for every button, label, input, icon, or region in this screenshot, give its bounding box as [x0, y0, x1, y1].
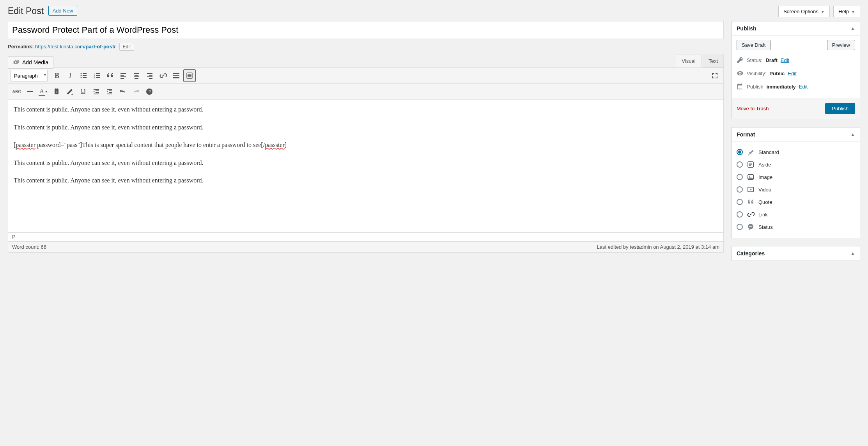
text-color-button[interactable]: A ▼: [37, 85, 50, 98]
key-icon: [737, 57, 744, 64]
svg-rect-31: [27, 91, 33, 92]
read-more-button[interactable]: [170, 69, 182, 82]
content-p: This content is public. Anyone can see i…: [14, 175, 718, 186]
categories-box: Categories▲: [732, 246, 860, 261]
svg-rect-18: [134, 76, 139, 77]
status-icon: [747, 223, 755, 231]
format-image[interactable]: Image: [737, 171, 855, 183]
svg-rect-39: [107, 89, 112, 90]
move-to-trash-link[interactable]: Move to Trash: [737, 106, 769, 112]
redo-button[interactable]: [130, 85, 142, 98]
svg-point-54: [751, 226, 752, 227]
save-draft-button[interactable]: Save Draft: [737, 40, 771, 50]
format-select[interactable]: Paragraph: [11, 70, 48, 81]
tab-text[interactable]: Text: [703, 55, 724, 67]
clear-format-button[interactable]: [64, 85, 76, 98]
align-left-button[interactable]: [117, 69, 129, 82]
help-button[interactable]: Help▼: [833, 6, 860, 17]
svg-point-50: [749, 176, 750, 177]
edit-visibility-link[interactable]: Edit: [788, 71, 796, 76]
outdent-button[interactable]: [90, 85, 103, 98]
svg-rect-21: [149, 75, 152, 76]
tab-visual[interactable]: Visual: [676, 55, 701, 67]
format-link[interactable]: Link: [737, 208, 855, 221]
svg-text:3: 3: [94, 76, 95, 79]
add-media-button[interactable]: Add Media: [8, 56, 53, 69]
svg-text:?: ?: [149, 89, 151, 94]
format-status[interactable]: Status: [737, 221, 855, 233]
svg-point-52: [749, 226, 750, 227]
align-center-button[interactable]: [130, 69, 143, 82]
radio-icon: [737, 224, 743, 230]
bullet-list-button[interactable]: [77, 69, 90, 82]
svg-text:T: T: [56, 90, 58, 93]
format-video[interactable]: Video: [737, 183, 855, 196]
svg-point-0: [81, 73, 82, 74]
format-standard[interactable]: Standard: [737, 146, 855, 158]
camera-music-icon: [13, 59, 20, 66]
publish-button[interactable]: Publish: [825, 103, 855, 114]
paste-text-button[interactable]: T: [50, 85, 63, 98]
svg-rect-11: [96, 77, 100, 78]
aside-icon: [747, 161, 755, 168]
screen-options-button[interactable]: Screen Options▼: [778, 6, 830, 17]
element-path[interactable]: P: [8, 232, 723, 241]
svg-rect-36: [96, 90, 99, 91]
radio-icon: [737, 199, 743, 205]
svg-rect-30: [188, 76, 191, 77]
link-format-icon: [747, 211, 755, 218]
link-button[interactable]: [157, 69, 169, 82]
edit-status-link[interactable]: Edit: [781, 57, 789, 63]
radio-icon: [737, 161, 743, 168]
undo-button[interactable]: [117, 85, 129, 98]
publish-box: Publish▲ Save Draft Preview Status: Draf…: [732, 21, 860, 119]
publish-box-toggle[interactable]: Publish▲: [732, 21, 860, 36]
keyboard-help-button[interactable]: ?: [143, 85, 156, 98]
hr-button[interactable]: [24, 85, 36, 98]
content-p: This content is public. Anyone can see i…: [14, 104, 718, 115]
fullscreen-button[interactable]: [709, 69, 721, 82]
preview-button[interactable]: Preview: [827, 40, 855, 50]
svg-rect-1: [83, 73, 87, 74]
blockquote-button[interactable]: [104, 69, 116, 82]
special-char-button[interactable]: Ω: [77, 85, 89, 98]
italic-button[interactable]: I: [64, 69, 76, 82]
strikethrough-button[interactable]: ABC: [11, 85, 23, 98]
radio-icon: [737, 186, 743, 193]
svg-rect-40: [109, 90, 112, 91]
svg-rect-22: [147, 76, 152, 77]
svg-rect-42: [107, 94, 112, 94]
svg-point-53: [750, 226, 751, 227]
add-new-button[interactable]: Add New: [48, 6, 78, 16]
post-title-input[interactable]: [8, 21, 724, 39]
content-editor[interactable]: This content is public. Anyone can see i…: [8, 100, 723, 232]
edit-schedule-link[interactable]: Edit: [799, 84, 808, 90]
categories-box-toggle[interactable]: Categories▲: [732, 246, 860, 261]
word-count: Word count: 66: [12, 244, 46, 250]
permalink-label: Permalink:: [8, 44, 34, 50]
format-box-toggle[interactable]: Format▲: [732, 127, 860, 142]
svg-point-4: [81, 77, 82, 78]
format-quote[interactable]: Quote: [737, 196, 855, 208]
permalink-url[interactable]: https://test.kinsta.com/part-of-post/: [35, 44, 115, 50]
svg-rect-28: [188, 74, 191, 74]
svg-rect-24: [173, 73, 179, 74]
toolbar-toggle-button[interactable]: [183, 69, 196, 82]
video-icon: [747, 186, 755, 193]
align-right-button[interactable]: [143, 69, 156, 82]
edit-permalink-button[interactable]: Edit: [119, 43, 135, 51]
radio-icon: [737, 149, 743, 155]
svg-rect-38: [94, 94, 99, 94]
svg-rect-41: [109, 92, 112, 93]
indent-button[interactable]: [103, 85, 116, 98]
bold-button[interactable]: B: [51, 69, 63, 82]
image-icon: [747, 173, 755, 181]
svg-rect-5: [83, 77, 87, 78]
svg-rect-12: [120, 73, 126, 74]
quote-icon: [747, 198, 755, 206]
radio-icon: [737, 174, 743, 180]
numbered-list-button[interactable]: 123: [90, 69, 103, 82]
format-aside[interactable]: Aside: [737, 158, 855, 171]
svg-point-2: [81, 75, 82, 76]
svg-rect-17: [135, 75, 138, 76]
